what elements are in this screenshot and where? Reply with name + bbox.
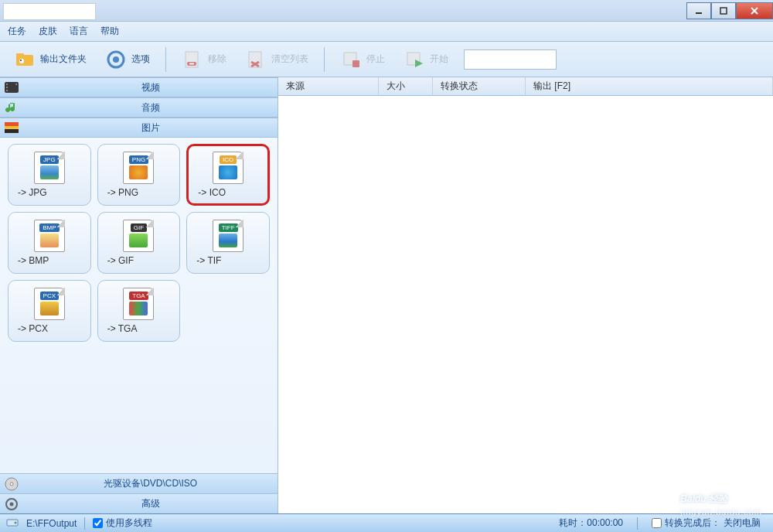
- format-preview-icon: [219, 165, 237, 179]
- format-tga-button[interactable]: TGA-> TGA: [97, 280, 181, 342]
- formats-panel: JPG-> JPGPNG-> PNGICO-> ICOBMP-> BMPGIF-…: [0, 138, 278, 473]
- svg-rect-17: [352, 60, 359, 67]
- col-output[interactable]: 输出 [F2]: [526, 77, 773, 95]
- svg-rect-22: [6, 87, 8, 88]
- menubar: 任务 皮肤 语言 帮助: [0, 22, 773, 42]
- clear-list-label: 清空列表: [271, 53, 308, 66]
- svg-point-6: [19, 59, 24, 63]
- svg-point-9: [113, 56, 119, 63]
- format-tag: TGA: [129, 292, 148, 300]
- format-label: -> PCX: [12, 323, 48, 334]
- clear-list-button[interactable]: 清空列表: [239, 46, 315, 73]
- format-tag: JPG: [40, 155, 59, 164]
- drive-icon: [6, 517, 19, 530]
- format-tag: GIF: [131, 223, 147, 232]
- svg-rect-21: [6, 84, 8, 85]
- menu-help[interactable]: 帮助: [100, 25, 119, 38]
- statusbar-separator: [84, 517, 85, 530]
- svg-rect-26: [5, 126, 19, 129]
- audio-icon: [0, 101, 23, 114]
- options-label: 选项: [131, 53, 150, 66]
- format-pcx-button[interactable]: PCX-> PCX: [8, 280, 91, 342]
- col-source[interactable]: 来源: [278, 77, 379, 95]
- clear-icon: [245, 49, 267, 70]
- stop-label: 停止: [366, 53, 385, 66]
- stop-button[interactable]: 停止: [334, 46, 391, 73]
- col-status[interactable]: 转换状态: [433, 77, 526, 95]
- format-label: -> ICO: [192, 187, 226, 198]
- format-thumb: PCX: [34, 288, 65, 320]
- svg-point-7: [20, 60, 22, 61]
- format-label: -> PNG: [101, 187, 138, 198]
- format-preview-icon: [40, 302, 59, 315]
- format-label: -> TIF: [190, 255, 221, 266]
- statusbar-separator: [637, 517, 638, 530]
- window-controls: [686, 2, 773, 19]
- start-button[interactable]: 开始: [397, 46, 455, 73]
- menu-language[interactable]: 语言: [70, 25, 88, 38]
- menu-task[interactable]: 任务: [8, 25, 26, 38]
- options-button[interactable]: 选项: [99, 46, 156, 73]
- format-tag: PCX: [40, 292, 59, 300]
- svg-point-33: [15, 522, 17, 524]
- maximize-button[interactable]: [711, 2, 736, 19]
- toolbar: 输出文件夹 选项 移除 清空列表 停止 开始: [0, 42, 773, 77]
- format-preview-icon: [129, 234, 148, 247]
- after-done-label: 转换完成后：: [665, 517, 720, 530]
- titlebar: [0, 0, 773, 22]
- toolbar-separator: [165, 47, 166, 72]
- category-image-label: 图片: [23, 121, 278, 135]
- multithread-checkbox[interactable]: 使用多线程: [93, 517, 152, 530]
- format-label: -> BMP: [12, 255, 49, 266]
- format-tag: PNG: [129, 155, 148, 164]
- format-preview-icon: [40, 165, 59, 179]
- format-preview-icon: [219, 234, 237, 247]
- close-button[interactable]: [736, 2, 773, 19]
- stop-icon: [340, 49, 362, 70]
- col-size[interactable]: 大小: [379, 77, 433, 95]
- remove-icon: [182, 49, 203, 70]
- format-tif-button[interactable]: TIFF-> TIF: [186, 212, 270, 274]
- format-gif-button[interactable]: GIF-> GIF: [97, 212, 181, 274]
- format-thumb: GIF: [123, 220, 154, 252]
- multithread-checkbox-input[interactable]: [93, 518, 103, 528]
- format-tag: BMP: [39, 223, 59, 232]
- accordion-advanced[interactable]: 高级: [0, 493, 278, 513]
- category-audio[interactable]: 音频: [0, 97, 278, 118]
- format-jpg-button[interactable]: JPG-> JPG: [8, 144, 91, 206]
- play-icon: [404, 49, 425, 70]
- format-tag: ICO: [220, 155, 237, 164]
- toolbar-separator: [324, 47, 325, 72]
- remove-label: 移除: [208, 53, 226, 66]
- category-video[interactable]: 视频: [0, 77, 278, 97]
- svg-rect-5: [16, 53, 24, 57]
- accordion-advanced-label: 高级: [23, 497, 278, 510]
- multithread-label: 使用多线程: [106, 517, 152, 530]
- gear-small-icon: [0, 497, 23, 511]
- svg-point-29: [10, 483, 13, 486]
- format-ico-button[interactable]: ICO-> ICO: [186, 144, 270, 206]
- format-bmp-button[interactable]: BMP-> BMP: [8, 212, 91, 274]
- window-title: [3, 3, 96, 20]
- toolbar-search-input[interactable]: [464, 49, 557, 70]
- category-image[interactable]: 图片: [0, 118, 278, 138]
- format-thumb: JPG: [34, 152, 65, 184]
- svg-rect-1: [720, 8, 727, 14]
- output-folder-button[interactable]: 输出文件夹: [8, 46, 93, 73]
- start-label: 开始: [430, 53, 448, 66]
- gear-icon: [105, 49, 127, 70]
- svg-rect-27: [5, 129, 19, 133]
- output-path[interactable]: E:\FFOutput: [26, 518, 77, 529]
- remove-button[interactable]: 移除: [175, 46, 233, 73]
- menu-skin[interactable]: 皮肤: [39, 25, 57, 38]
- after-done-checkbox-input[interactable]: [652, 518, 662, 528]
- accordion-optical[interactable]: 光驱设备\DVD\CD\ISO: [0, 473, 278, 493]
- format-png-button[interactable]: PNG-> PNG: [97, 144, 181, 206]
- after-done-checkbox[interactable]: 转换完成后：关闭电脑: [645, 517, 767, 530]
- format-label: -> TGA: [101, 323, 138, 334]
- format-preview-icon: [129, 302, 148, 315]
- disc-icon: [0, 477, 23, 491]
- format-preview-icon: [40, 234, 59, 247]
- minimize-button[interactable]: [686, 2, 711, 19]
- table-body[interactable]: [278, 96, 773, 513]
